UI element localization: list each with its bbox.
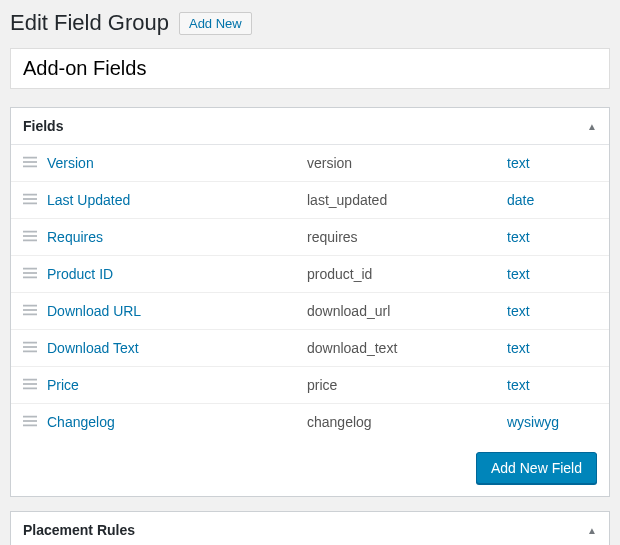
- field-label[interactable]: Requires: [47, 229, 307, 245]
- field-row: Product IDproduct_idtext: [11, 256, 609, 293]
- svg-rect-21: [23, 416, 37, 418]
- field-label[interactable]: Download Text: [47, 340, 307, 356]
- svg-rect-0: [23, 157, 37, 159]
- svg-rect-6: [23, 231, 37, 233]
- field-label[interactable]: Version: [47, 155, 307, 171]
- field-name: last_updated: [307, 192, 507, 208]
- svg-rect-20: [23, 388, 37, 390]
- group-title-input[interactable]: [10, 48, 610, 89]
- svg-rect-19: [23, 383, 37, 385]
- field-name: download_text: [307, 340, 507, 356]
- drag-handle-icon[interactable]: [23, 229, 47, 245]
- collapse-icon: ▲: [587, 525, 597, 536]
- drag-handle-icon[interactable]: [23, 155, 47, 171]
- field-type[interactable]: text: [507, 155, 597, 171]
- field-row: Last Updatedlast_updateddate: [11, 182, 609, 219]
- svg-rect-8: [23, 240, 37, 242]
- add-new-button[interactable]: Add New: [179, 12, 252, 35]
- field-type[interactable]: text: [507, 303, 597, 319]
- field-row: Versionversiontext: [11, 145, 609, 182]
- field-row: Download Textdownload_texttext: [11, 330, 609, 367]
- svg-rect-16: [23, 346, 37, 348]
- field-name: price: [307, 377, 507, 393]
- svg-rect-17: [23, 351, 37, 353]
- field-row: Pricepricetext: [11, 367, 609, 404]
- field-label[interactable]: Changelog: [47, 414, 307, 430]
- placement-panel-header[interactable]: Placement Rules ▲: [11, 512, 609, 545]
- field-name: version: [307, 155, 507, 171]
- svg-rect-2: [23, 166, 37, 168]
- svg-rect-12: [23, 305, 37, 307]
- svg-rect-11: [23, 277, 37, 279]
- drag-handle-icon[interactable]: [23, 303, 47, 319]
- add-new-field-button[interactable]: Add New Field: [476, 452, 597, 484]
- svg-rect-13: [23, 309, 37, 311]
- field-type[interactable]: text: [507, 229, 597, 245]
- svg-rect-3: [23, 194, 37, 196]
- svg-rect-10: [23, 272, 37, 274]
- svg-rect-23: [23, 425, 37, 427]
- svg-rect-9: [23, 268, 37, 270]
- drag-handle-icon[interactable]: [23, 340, 47, 356]
- placement-panel-title: Placement Rules: [23, 522, 135, 538]
- page-title: Edit Field Group: [10, 10, 169, 36]
- svg-rect-14: [23, 314, 37, 316]
- svg-rect-5: [23, 203, 37, 205]
- field-label[interactable]: Last Updated: [47, 192, 307, 208]
- field-name: requires: [307, 229, 507, 245]
- field-type[interactable]: wysiwyg: [507, 414, 597, 430]
- field-type[interactable]: text: [507, 377, 597, 393]
- field-type[interactable]: text: [507, 340, 597, 356]
- svg-rect-15: [23, 342, 37, 344]
- drag-handle-icon[interactable]: [23, 266, 47, 282]
- field-row: Requiresrequirestext: [11, 219, 609, 256]
- drag-handle-icon[interactable]: [23, 377, 47, 393]
- fields-panel: Fields ▲ VersionversiontextLast Updatedl…: [10, 107, 610, 497]
- svg-rect-1: [23, 161, 37, 163]
- placement-panel: Placement Rules ▲: [10, 511, 610, 545]
- field-label[interactable]: Product ID: [47, 266, 307, 282]
- field-label[interactable]: Price: [47, 377, 307, 393]
- field-name: download_url: [307, 303, 507, 319]
- svg-rect-22: [23, 420, 37, 422]
- svg-rect-18: [23, 379, 37, 381]
- field-label[interactable]: Download URL: [47, 303, 307, 319]
- field-name: changelog: [307, 414, 507, 430]
- drag-handle-icon[interactable]: [23, 192, 47, 208]
- drag-handle-icon[interactable]: [23, 414, 47, 430]
- svg-rect-7: [23, 235, 37, 237]
- field-row: Changelogchangelogwysiwyg: [11, 404, 609, 440]
- fields-panel-title: Fields: [23, 118, 63, 134]
- field-name: product_id: [307, 266, 507, 282]
- svg-rect-4: [23, 198, 37, 200]
- field-type[interactable]: text: [507, 266, 597, 282]
- field-type[interactable]: date: [507, 192, 597, 208]
- collapse-icon: ▲: [587, 121, 597, 132]
- fields-panel-header[interactable]: Fields ▲: [11, 108, 609, 145]
- field-row: Download URLdownload_urltext: [11, 293, 609, 330]
